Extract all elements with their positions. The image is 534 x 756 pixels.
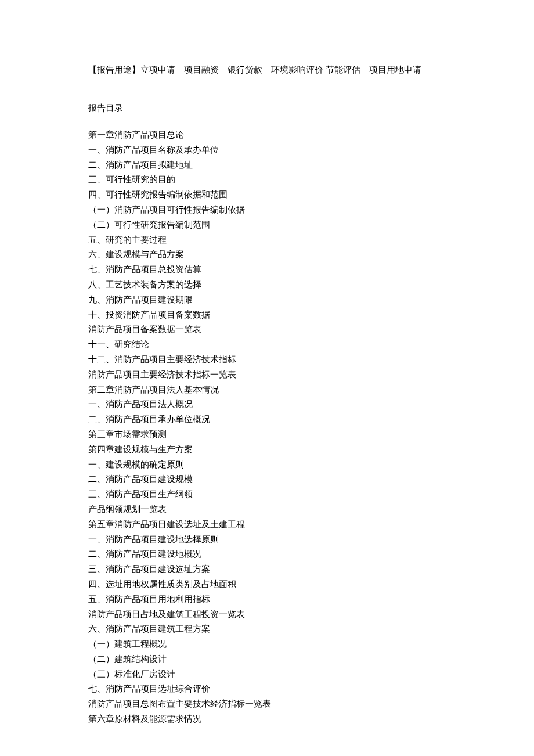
- toc-item: 八、工艺技术装备方案的选择: [88, 278, 446, 293]
- toc-item: 第四章建设规模与生产方案: [88, 442, 446, 458]
- toc-item: （二）可行性研究报告编制范围: [88, 218, 446, 233]
- toc-item: 十二、消防产品项目主要经济技术指标: [88, 352, 446, 368]
- toc-header: 报告目录: [88, 101, 446, 115]
- toc-item: 一、消防产品项目建设地选择原则: [88, 532, 446, 548]
- toc-item: 消防产品项目总图布置主要技术经济指标一览表: [88, 697, 446, 712]
- document-page: 【报告用途】立项申请 项目融资 银行贷款 环境影响评价 节能评估 项目用地申请 …: [0, 0, 534, 756]
- toc-item: 消防产品项目占地及建筑工程投资一览表: [88, 607, 446, 622]
- toc-item: 一、消防产品项目名称及承办单位: [88, 143, 446, 158]
- toc-item: 五、消防产品项目用地利用指标: [88, 592, 446, 607]
- toc-item: 七、消防产品项目总投资估算: [88, 262, 446, 278]
- toc-item: 二、消防产品项目建设地概况: [88, 547, 446, 562]
- toc-item: 十一、研究结论: [88, 337, 446, 352]
- toc-item: 三、可行性研究的目的: [88, 172, 446, 188]
- toc-item: （三）标准化厂房设计: [88, 667, 446, 682]
- toc-item: 第一章消防产品项目总论: [88, 128, 446, 143]
- toc-item: 五、研究的主要过程: [88, 233, 446, 248]
- toc-item: 一、消防产品项目法人概况: [88, 397, 446, 412]
- toc-item: 第三章市场需求预测: [88, 427, 446, 442]
- toc-item: 二、消防产品项目拟建地址: [88, 158, 446, 173]
- usage-items: 立项申请 项目融资 银行贷款 环境影响评价 节能评估 项目用地申请: [140, 65, 421, 74]
- toc-item: 三、消防产品项目生产纲领: [88, 487, 446, 502]
- toc-item: 一、建设规模的确定原则: [88, 458, 446, 473]
- toc-item: 四、可行性研究报告编制依据和范围: [88, 188, 446, 203]
- toc-item: 六、建设规模与产品方案: [88, 247, 446, 262]
- toc-item: 二、消防产品项目建设规模: [88, 472, 446, 487]
- toc-item: （一）消防产品项目可行性报告编制依据: [88, 203, 446, 218]
- toc-item: （一）建筑工程概况: [88, 637, 446, 652]
- usage-prefix: 【报告用途】: [88, 65, 140, 74]
- toc-item: 九、消防产品项目建设期限: [88, 293, 446, 308]
- toc-item: 产品纲领规划一览表: [88, 502, 446, 517]
- toc-item: 四、选址用地权属性质类别及占地面积: [88, 577, 446, 592]
- toc-item: 二、消防产品项目承办单位概况: [88, 412, 446, 427]
- toc-list: 第一章消防产品项目总论 一、消防产品项目名称及承办单位 二、消防产品项目拟建地址…: [88, 128, 446, 727]
- toc-item: 三、消防产品项目建设选址方案: [88, 562, 446, 577]
- toc-item: 第六章原材料及能源需求情况: [88, 712, 446, 727]
- toc-item: 第五章消防产品项目建设选址及土建工程: [88, 517, 446, 532]
- toc-item: 消防产品项目主要经济技术指标一览表: [88, 368, 446, 383]
- toc-item: （二）建筑结构设计: [88, 652, 446, 667]
- toc-item: 十、投资消防产品项目备案数据: [88, 308, 446, 323]
- toc-item: 六、消防产品项目建筑工程方案: [88, 622, 446, 637]
- toc-item: 七、消防产品项目选址综合评价: [88, 682, 446, 697]
- toc-item: 消防产品项目备案数据一览表: [88, 322, 446, 337]
- report-usage-line: 【报告用途】立项申请 项目融资 银行贷款 环境影响评价 节能评估 项目用地申请: [88, 63, 446, 77]
- toc-item: 第二章消防产品项目法人基本情况: [88, 383, 446, 398]
